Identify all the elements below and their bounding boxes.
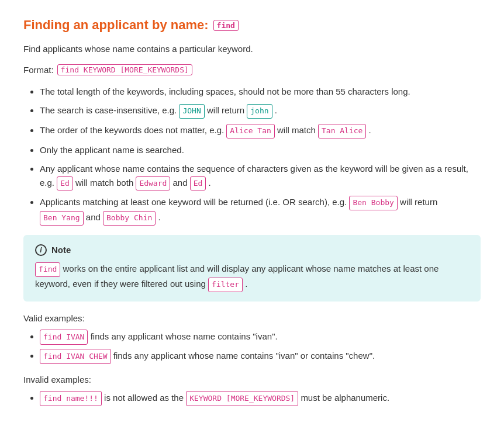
rule-item-6: Applicants matching at least one keyword… (40, 195, 481, 226)
format-line: Format: find KEYWORD [MORE_KEYWORDS] (23, 64, 481, 75)
format-label: Format: (23, 65, 54, 75)
rule-5-badge-edward: Edward (136, 176, 170, 191)
rule-6-badge-bobby-chin: Bobby Chin (103, 211, 156, 226)
find-command-badge: find (213, 20, 239, 31)
rule-5-badge-ed: Ed (57, 176, 73, 191)
rule-3-text-before: The order of the keywords does not matte… (40, 125, 226, 135)
invalid-examples-list: find name!!! is not allowed as the KEYWO… (23, 390, 481, 406)
rule-2-text-mid: will return (207, 105, 247, 115)
rule-3-text-after: . (369, 125, 371, 135)
intro-paragraph: Find applicants whose name contains a pa… (23, 42, 481, 56)
invalid-example-1: find name!!! is not allowed as the KEYWO… (40, 390, 481, 406)
valid-example-2-badge: find IVAN CHEW (40, 349, 111, 364)
rules-list: The total length of the keywords, includ… (23, 85, 481, 226)
rule-6-text-mid2: and (86, 212, 103, 222)
rule-3-badge-alice-tan: Alice Tan (226, 124, 274, 138)
title-text: Finding an applicant by name: (23, 18, 209, 33)
note-header: i Note (35, 244, 469, 256)
rule-5-badge-ed2: Ed (190, 176, 206, 191)
valid-examples-list: find IVAN finds any applicant whose name… (23, 329, 481, 364)
valid-example-2: find IVAN CHEW finds any applicant whose… (40, 348, 481, 364)
note-find-badge: find (35, 262, 60, 277)
page-title: Finding an applicant by name: find (23, 18, 481, 33)
invalid-example-1-text-after: must be alphanumeric. (301, 393, 389, 403)
rule-item-2: The search is case-insensitive, e.g. JOH… (40, 103, 481, 119)
rule-2-badge-john-lower: john (247, 104, 272, 119)
rule-3-badge-tan-alice: Tan Alice (318, 124, 366, 138)
rule-1-text: The total length of the keywords, includ… (40, 86, 410, 96)
rule-6-badge-ben-yang: Ben Yang (40, 211, 84, 226)
valid-example-1-badge: find IVAN (40, 330, 88, 345)
rule-2-text-after: . (275, 105, 277, 115)
valid-examples-label: Valid examples: (23, 313, 481, 323)
rule-6-text-before: Applicants matching at least one keyword… (40, 197, 349, 207)
rule-2-badge-john: JOHN (179, 104, 204, 119)
rule-3-text-mid: will match (277, 125, 318, 135)
rule-item-5: Any applicant whose name contains the se… (40, 162, 481, 191)
valid-example-2-text: finds any applicant whose name contains … (113, 351, 375, 361)
note-filter-badge: filter (208, 278, 243, 292)
note-title: Note (51, 245, 71, 255)
rule-6-text-mid: will return (400, 197, 437, 207)
rule-5-text-mid2: and (173, 178, 190, 188)
invalid-example-1-badge2: KEYWORD [MORE_KEYWORDS] (186, 391, 298, 406)
format-badge: find KEYWORD [MORE_KEYWORDS] (57, 64, 192, 75)
note-body: find works on the entire applicant list … (35, 262, 469, 292)
info-icon: i (35, 244, 47, 256)
rule-item-3: The order of the keywords does not matte… (40, 123, 481, 138)
rule-4-text: Only the applicant name is searched. (40, 145, 184, 155)
invalid-examples-label: Invalid examples: (23, 375, 481, 384)
note-text2: . (245, 279, 247, 289)
invalid-example-1-badge: find name!!! (40, 391, 102, 406)
rule-5-text-mid: will match both (75, 178, 136, 188)
rule-item-4: Only the applicant name is searched. (40, 143, 481, 157)
valid-example-1: find IVAN finds any applicant whose name… (40, 329, 481, 345)
valid-example-1-text: finds any applicant whose name contains … (91, 331, 278, 341)
rule-item-1: The total length of the keywords, includ… (40, 85, 481, 99)
rule-2-text-before: The search is case-insensitive, e.g. (40, 105, 179, 115)
invalid-example-1-text-before: is not allowed as the (104, 393, 186, 403)
rule-6-text-after: . (158, 212, 160, 222)
rule-6-badge-ben-bobby: Ben Bobby (349, 196, 397, 210)
note-box: i Note find works on the entire applican… (23, 235, 481, 302)
rule-5-text-after: . (209, 178, 211, 188)
